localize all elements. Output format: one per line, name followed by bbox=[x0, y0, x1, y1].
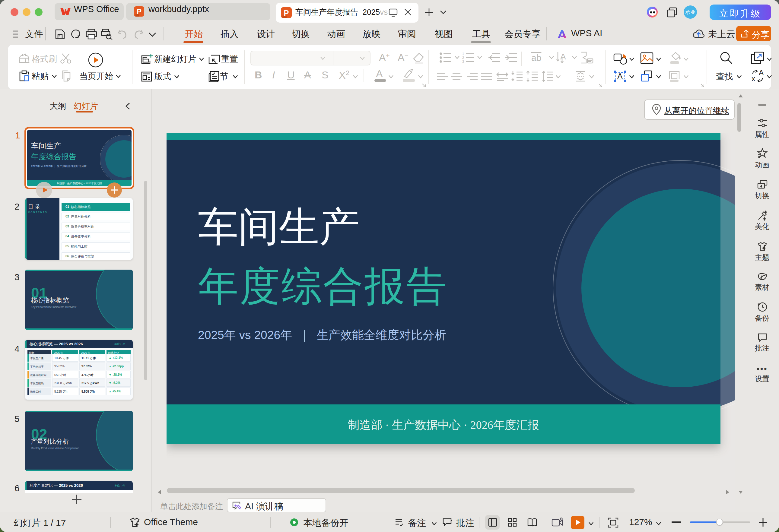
svg-text:A: A bbox=[560, 52, 566, 61]
svg-text:A: A bbox=[617, 71, 623, 80]
svg-text:P: P bbox=[284, 9, 289, 17]
svg-text:P: P bbox=[137, 8, 141, 16]
svg-text:3: 3 bbox=[462, 60, 464, 63]
svg-text:1: 1 bbox=[462, 52, 464, 56]
svg-text:x: x bbox=[752, 74, 755, 82]
svg-text:2: 2 bbox=[462, 56, 464, 59]
svg-text:A: A bbox=[759, 70, 764, 77]
